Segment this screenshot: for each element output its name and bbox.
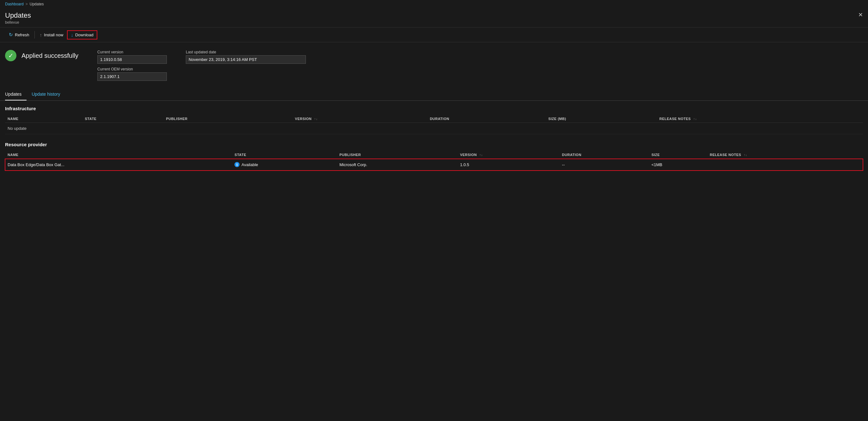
rp-row-size: <1MB: [649, 159, 708, 170]
rp-row-release-notes: [707, 159, 863, 170]
rp-row-publisher: Microsoft Corp.: [337, 159, 458, 170]
rp-release-notes-sort-icon: ↑↓: [744, 153, 747, 157]
resource-provider-table: NAME STATE PUBLISHER VERSION ↑↓ DURATION…: [5, 151, 863, 170]
available-label: Available: [241, 162, 258, 167]
resource-provider-title: Resource provider: [5, 142, 863, 147]
infra-col-release-notes[interactable]: RELEASE NOTES ↑↓: [657, 115, 863, 123]
current-version-group: Current version: [97, 50, 167, 64]
status-fields-center: Current version Current OEM version: [97, 50, 167, 81]
install-now-button[interactable]: ↑ Install now: [36, 30, 67, 39]
toolbar: ↻ Refresh ↑ Install now ↓ Download: [0, 28, 868, 42]
breadcrumb-current: Updates: [30, 2, 44, 6]
rp-col-size: SIZE: [649, 151, 708, 159]
infrastructure-section: Infrastructure NAME STATE PUBLISHER VERS…: [0, 101, 868, 134]
last-updated-input: [186, 55, 306, 64]
available-icon: ℹ: [235, 162, 240, 167]
rp-col-version[interactable]: VERSION ↑↓: [458, 151, 560, 159]
rp-col-publisher: PUBLISHER: [337, 151, 458, 159]
install-label: Install now: [44, 33, 63, 37]
current-oem-label: Current OEM version: [97, 67, 167, 71]
current-version-label: Current version: [97, 50, 167, 54]
rp-version-sort-icon: ↑↓: [479, 153, 483, 157]
current-version-input: [97, 55, 167, 64]
breadcrumb: Dashboard > Updates: [0, 0, 868, 8]
infra-col-publisher: PUBLISHER: [163, 115, 292, 123]
rp-col-duration: DURATION: [560, 151, 649, 159]
refresh-button[interactable]: ↻ Refresh: [5, 30, 33, 39]
infra-col-size: SIZE (MB): [546, 115, 657, 123]
available-badge: ℹ Available: [235, 162, 334, 167]
tab-updates[interactable]: Updates: [5, 89, 27, 100]
current-oem-input: [97, 72, 167, 81]
rp-row-name: Data Box Edge/Data Box Gat...: [5, 159, 232, 170]
download-button[interactable]: ↓ Download: [67, 30, 97, 39]
page-header: Updates bellevue ✕: [0, 8, 868, 28]
infra-col-name: NAME: [5, 115, 83, 123]
status-text: Applied successfully: [22, 52, 79, 59]
download-icon: ↓: [71, 32, 73, 38]
page-title: Updates: [5, 11, 863, 20]
infrastructure-table-header: NAME STATE PUBLISHER VERSION ↑↓ DURATION…: [5, 115, 863, 123]
rp-row-state: ℹ Available: [232, 159, 337, 170]
table-row: No update: [5, 123, 863, 134]
install-icon: ↑: [40, 32, 42, 38]
breadcrumb-dashboard-link[interactable]: Dashboard: [5, 2, 24, 6]
current-oem-group: Current OEM version: [97, 67, 167, 81]
close-button[interactable]: ✕: [858, 12, 863, 18]
release-notes-sort-icon: ↑↓: [693, 117, 697, 121]
resource-provider-table-header: NAME STATE PUBLISHER VERSION ↑↓ DURATION…: [5, 151, 863, 159]
infra-col-version[interactable]: VERSION ↑↓: [292, 115, 427, 123]
refresh-label: Refresh: [15, 33, 29, 37]
rp-col-state: STATE: [232, 151, 337, 159]
tabs-container: Updates Update history: [0, 89, 868, 101]
download-label: Download: [75, 33, 94, 37]
last-updated-label: Last updated date: [186, 50, 306, 54]
breadcrumb-separator: >: [26, 2, 28, 6]
infrastructure-title: Infrastructure: [5, 106, 863, 111]
version-sort-icon: ↑↓: [314, 117, 317, 121]
infra-col-state: STATE: [83, 115, 164, 123]
status-section: ✓ Applied successfully Current version C…: [0, 42, 868, 87]
table-row[interactable]: Data Box Edge/Data Box Gat... ℹ Availabl…: [5, 159, 863, 170]
page-subtitle: bellevue: [5, 20, 863, 25]
resource-provider-section: Resource provider NAME STATE PUBLISHER V…: [0, 134, 868, 170]
toolbar-divider-1: [34, 31, 35, 38]
tab-update-history[interactable]: Update history: [32, 89, 65, 100]
infrastructure-table: NAME STATE PUBLISHER VERSION ↑↓ DURATION…: [5, 115, 863, 134]
status-left: ✓ Applied successfully: [5, 50, 79, 61]
no-update-cell: No update: [5, 123, 863, 134]
refresh-icon: ↻: [9, 32, 13, 38]
rp-col-name: NAME: [5, 151, 232, 159]
infra-col-duration: DURATION: [427, 115, 546, 123]
last-updated-group: Last updated date: [186, 50, 306, 64]
rp-row-version: 1.0.5: [458, 159, 560, 170]
status-success-icon: ✓: [5, 50, 17, 61]
rp-col-release-notes[interactable]: RELEASE NOTES ↑↓: [707, 151, 863, 159]
status-fields-right: Last updated date: [186, 50, 306, 64]
rp-row-duration: --: [560, 159, 649, 170]
